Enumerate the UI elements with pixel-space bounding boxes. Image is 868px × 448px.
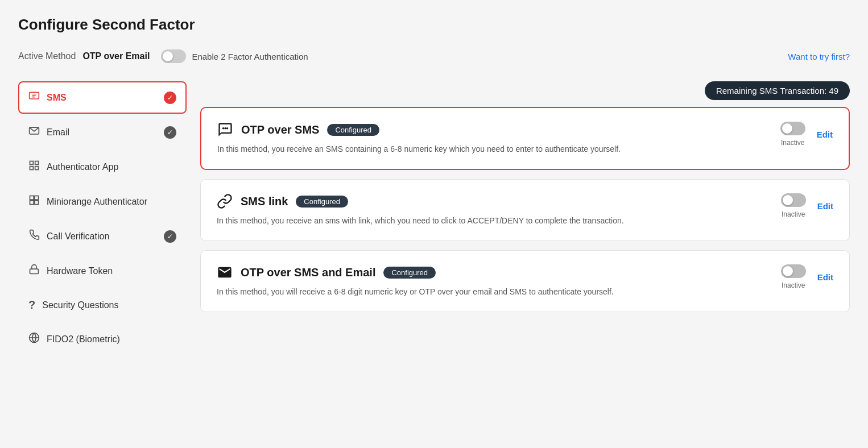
otp-over-sms-email-description: In this method, you will receive a 6-8 d… [217,286,706,298]
main-layout: SMS ✓ Email ✓ Authenticator App Minioran… [18,81,850,358]
otp-over-sms-email-inactive-label: Inactive [782,281,805,289]
sidebar-item-email[interactable]: Email ✓ [18,116,187,148]
otp-over-sms-actions: Inactive Edit [767,122,833,147]
sms-link-description: In this method, you receive an sms with … [217,215,706,227]
sms-link-toggle-group: Inactive [781,193,806,218]
sms-banner: Remaining SMS Transaction: 49 [200,81,850,100]
otp-over-sms-toggle-group: Inactive [780,122,805,147]
otp-over-sms-email-toggle-group: Inactive [781,264,806,289]
sms-link-body: SMS link Configured In this method, you … [217,193,767,227]
otp-over-sms-email-header: OTP over SMS and Email Configured [217,264,767,280]
otp-over-sms-badge: Configured [327,124,379,136]
active-method-bar: Active Method OTP over Email Enable 2 Fa… [18,49,850,63]
svg-point-15 [226,127,229,130]
otp-over-sms-toggle[interactable] [780,122,805,135]
sidebar: SMS ✓ Email ✓ Authenticator App Minioran… [18,81,200,358]
otp-over-sms-description: In this method, you receive an SMS conta… [217,143,706,155]
otp-over-sms-header: OTP over SMS Configured [217,122,767,138]
sms-link-badge: Configured [296,196,348,208]
otp-over-sms-email-body: OTP over SMS and Email Configured In thi… [217,264,767,298]
sms-remaining-badge: Remaining SMS Transaction: 49 [705,81,850,100]
miniorange-authenticator-icon [28,194,40,209]
otp-over-sms-email-icon [217,264,233,280]
svg-point-14 [224,127,226,130]
miniorange-authenticator-label: Miniorange Authenticator [47,197,147,207]
try-first-link[interactable]: Want to try first? [788,52,850,61]
call-verification-icon [28,229,40,243]
sms-link-header: SMS link Configured [217,193,767,209]
method-card-sms-link: SMS link Configured In this method, you … [200,179,850,241]
sms-link-edit-link[interactable]: Edit [817,201,833,211]
otp-over-sms-email-toggle[interactable] [781,264,806,278]
sms-label: SMS [47,93,67,103]
authenticator-app-label: Authenticator App [47,162,118,172]
svg-rect-3 [35,161,39,165]
sidebar-item-security-questions[interactable]: ? Security Questions [18,289,187,321]
otp-over-sms-edit-link[interactable]: Edit [817,130,833,139]
hardware-token-label: Hardware Token [47,266,113,276]
page-title: Configure Second Factor [18,16,850,34]
otp-over-sms-email-title: OTP over SMS and Email [241,266,375,279]
method-cards-container: OTP over SMS Configured In this method, … [200,107,850,312]
enable-2fa-toggle[interactable] [161,49,186,63]
fido2-icon [28,332,40,346]
authenticator-app-icon [28,160,40,174]
sidebar-item-authenticator-app[interactable]: Authenticator App [18,151,187,183]
otp-over-sms-body: OTP over SMS Configured In this method, … [217,122,767,155]
otp-over-sms-title: OTP over SMS [241,123,319,136]
svg-rect-7 [35,196,39,200]
call-verification-check-icon: ✓ [164,230,176,243]
svg-rect-6 [30,196,34,200]
sms-link-icon [217,193,233,209]
otp-over-sms-icon [217,122,233,138]
svg-rect-5 [35,167,39,170]
active-method-value: OTP over Email [82,51,150,61]
sidebar-item-miniorange-authenticator[interactable]: Miniorange Authenticator [18,185,187,218]
email-icon [28,125,40,139]
enable-2fa-toggle-wrapper: Enable 2 Factor Authentication [161,49,308,63]
hardware-token-icon [28,264,40,278]
email-label: Email [47,127,69,138]
sms-link-title: SMS link [241,195,288,208]
sidebar-item-hardware-token[interactable]: Hardware Token [18,255,187,287]
otp-over-sms-inactive-label: Inactive [781,139,804,147]
email-check-icon: ✓ [164,126,176,139]
sidebar-item-sms[interactable]: SMS ✓ [18,81,187,114]
sms-link-inactive-label: Inactive [782,210,805,218]
enable-2fa-label: Enable 2 Factor Authentication [192,52,308,61]
sms-link-actions: Inactive Edit [767,193,833,218]
otp-over-sms-email-actions: Inactive Edit [767,264,833,289]
sidebar-item-fido2[interactable]: FIDO2 (Biometric) [18,323,187,355]
fido2-label: FIDO2 (Biometric) [47,334,120,345]
otp-over-sms-email-badge: Configured [383,267,436,279]
svg-point-13 [222,127,225,130]
sms-link-toggle[interactable] [781,193,806,207]
content-area: Remaining SMS Transaction: 49 OTP over S… [200,81,850,358]
method-card-otp-over-sms: OTP over SMS Configured In this method, … [200,107,850,170]
call-verification-label: Call Verification [47,231,109,242]
active-method-label: Active Method [18,51,76,61]
svg-rect-2 [30,161,34,165]
sms-icon [28,90,40,105]
svg-rect-9 [35,201,39,205]
svg-rect-8 [30,201,34,205]
otp-over-sms-email-edit-link[interactable]: Edit [817,272,833,282]
svg-rect-4 [30,167,34,170]
sms-check-icon: ✓ [164,92,176,104]
security-questions-label: Security Questions [42,300,118,310]
method-card-otp-over-sms-email: OTP over SMS and Email Configured In thi… [200,250,850,312]
sidebar-item-call-verification[interactable]: Call Verification ✓ [18,220,187,252]
svg-rect-10 [30,269,39,273]
